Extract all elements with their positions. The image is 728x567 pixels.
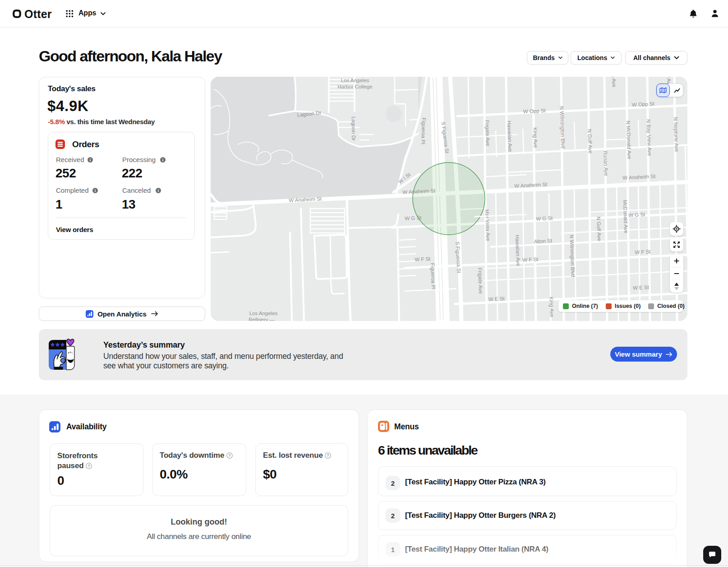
svg-text:Figueroa Pl: Figueroa Pl [430, 263, 436, 289]
svg-text:Frigate Ave: Frigate Ave [477, 268, 484, 294]
svg-text:?: ? [88, 464, 90, 468]
svg-text:Hawaiian Ave: Hawaiian Ave [515, 235, 521, 266]
svg-text:King Ave: King Ave [548, 297, 555, 317]
svg-text:Los Angeles: Los Angeles [249, 311, 278, 316]
svg-text:Mar Vista Ave: Mar Vista Ave [484, 209, 491, 241]
svg-text:Frigate Ave: Frigate Ave [484, 120, 491, 146]
svg-text:King Ave: King Ave [532, 127, 539, 148]
svg-text:Figueroa Pl: Figueroa Pl [420, 118, 427, 144]
svg-text:W G St: W G St [628, 212, 645, 218]
svg-text:W E St: W E St [633, 284, 650, 291]
svg-text:Hawaiian Ave: Hawaiian Ave [507, 121, 513, 152]
svg-text:?: ? [228, 453, 230, 458]
svg-text:Alton St: Alton St [534, 238, 553, 244]
svg-text:W G St: W G St [536, 215, 553, 222]
svg-text:N Gulf Ave: N Gulf Ave [596, 216, 602, 241]
svg-text:Harbor College: Harbor College [337, 84, 372, 89]
svg-text:Ronan Ave: Ronan Ave [603, 151, 609, 176]
svg-text:Refinery —: Refinery — [249, 317, 275, 321]
svg-text:W F St: W F St [635, 249, 651, 255]
svg-text:Lagoon Dr: Lagoon Dr [351, 116, 356, 141]
svg-text:?: ? [327, 453, 329, 458]
svg-text:W G St: W G St [405, 215, 422, 221]
svg-text:an Ave: an Ave [611, 77, 617, 88]
svg-text:N Gulf Ave: N Gulf Ave [587, 129, 593, 153]
svg-text:W E St: W E St [488, 296, 505, 302]
svg-text:W F St: W F St [415, 256, 431, 262]
svg-text:W F St: W F St [522, 256, 539, 263]
svg-text:Los Angeles: Los Angeles [341, 78, 369, 83]
